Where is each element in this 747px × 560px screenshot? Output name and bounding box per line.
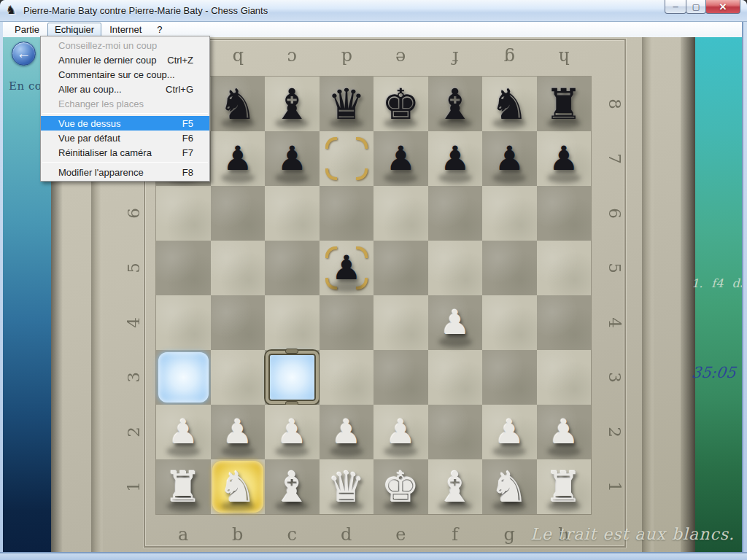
menubar-item-echiquier[interactable]: Echiquier: [47, 23, 101, 37]
black-king-icon: ♚: [382, 80, 419, 128]
piece-black-rook-h8[interactable]: ♜: [537, 77, 592, 131]
piece-black-king-e8[interactable]: ♚: [374, 77, 428, 131]
square-a6[interactable]: [156, 186, 211, 241]
piece-white-knight-g1[interactable]: ♞: [482, 459, 537, 514]
square-h5[interactable]: [537, 241, 592, 295]
piece-white-queen-d1[interactable]: ♛: [320, 459, 374, 514]
move-list: 1. f4 d5: [692, 276, 742, 290]
menu-item-echanger-les-places[interactable]: Echanger les places: [41, 96, 209, 111]
menu-item-commentaire-sur-ce-coup[interactable]: Commentaire sur ce coup...: [41, 67, 209, 82]
piece-white-pawn-d2[interactable]: ♟: [320, 405, 374, 459]
close-button[interactable]: ✕: [705, 0, 740, 14]
black-rook-icon: ♜: [545, 80, 583, 128]
menubar-item-internet[interactable]: Internet: [102, 23, 149, 37]
menu-item-label: Vue par défaut: [58, 133, 120, 144]
menu-item-aller-au-coup[interactable]: Aller au coup...Ctrl+G: [41, 82, 209, 96]
square-b5[interactable]: [211, 241, 266, 295]
menu-item-conseillez-moi-un-coup[interactable]: Conseillez-moi un coup: [41, 38, 209, 52]
piece-black-knight-b8[interactable]: ♞: [211, 77, 266, 131]
piece-white-bishop-c1[interactable]: ♝: [265, 459, 320, 514]
square-b3[interactable]: [211, 350, 266, 405]
piece-white-bishop-f1[interactable]: ♝: [428, 459, 483, 514]
square-f5[interactable]: [428, 241, 483, 295]
maximize-button[interactable]: ▢: [686, 0, 706, 14]
white-pawn-icon: ♟: [277, 413, 307, 451]
menu-item-vue-de-dessus[interactable]: Vue de dessusF5: [41, 116, 209, 131]
square-d6[interactable]: [320, 186, 374, 241]
square-g5[interactable]: [482, 241, 537, 295]
square-a3[interactable]: [156, 350, 211, 405]
square-h6[interactable]: [537, 186, 592, 241]
piece-black-pawn-e7[interactable]: ♟: [374, 131, 428, 186]
menu-item-label: Echanger les places: [58, 98, 144, 109]
menubar-item-partie[interactable]: Partie: [7, 23, 47, 37]
piece-white-knight-b1[interactable]: ♞: [211, 459, 266, 514]
square-c6[interactable]: [265, 186, 320, 241]
square-d7[interactable]: [320, 131, 374, 186]
square-d4[interactable]: [320, 295, 374, 350]
square-d3[interactable]: [320, 350, 374, 405]
minimize-button[interactable]: ─: [665, 0, 686, 14]
menu-item-annuler-le-dernier-coup[interactable]: Annuler le dernier coupCtrl+Z: [41, 52, 209, 67]
piece-white-king-e1[interactable]: ♚: [374, 459, 428, 514]
square-f6[interactable]: [428, 186, 483, 241]
piece-white-pawn-e2[interactable]: ♟: [374, 405, 428, 459]
square-c3[interactable]: [265, 350, 320, 405]
white-rook-icon: ♜: [545, 463, 583, 510]
file-label-top-h: h: [537, 43, 592, 72]
piece-black-bishop-c8[interactable]: ♝: [265, 77, 320, 131]
piece-white-rook-h1[interactable]: ♜: [537, 459, 592, 514]
piece-black-pawn-c7[interactable]: ♟: [265, 131, 320, 186]
square-b6[interactable]: [211, 186, 266, 241]
menu-item-reinitialiser-la-camera[interactable]: Réinitialiser la caméraF7: [41, 145, 209, 160]
piece-white-pawn-f4[interactable]: ♟: [428, 295, 483, 350]
square-c4[interactable]: [265, 295, 320, 350]
square-e5[interactable]: [374, 241, 428, 295]
square-a5[interactable]: [156, 241, 211, 295]
white-pawn-icon: ♟: [495, 413, 525, 451]
piece-white-pawn-g2[interactable]: ♟: [482, 405, 537, 459]
piece-white-pawn-c2[interactable]: ♟: [265, 405, 320, 459]
white-pawn-icon: ♟: [331, 413, 361, 451]
piece-black-pawn-d5[interactable]: ♟: [320, 241, 374, 295]
white-pawn-icon: ♟: [549, 413, 578, 451]
black-knight-icon: ♞: [219, 80, 257, 128]
piece-white-pawn-h2[interactable]: ♟: [537, 405, 592, 459]
square-a4[interactable]: [156, 295, 211, 350]
square-b4[interactable]: [211, 295, 266, 350]
piece-black-pawn-h7[interactable]: ♟: [537, 131, 592, 186]
square-e4[interactable]: [374, 295, 428, 350]
piece-black-pawn-f7[interactable]: ♟: [428, 131, 483, 186]
back-button[interactable]: ←: [12, 42, 36, 66]
white-bishop-icon: ♝: [273, 463, 311, 510]
square-h3[interactable]: [537, 350, 592, 405]
rank-label-right-7: 7: [587, 149, 642, 169]
menu-item-vue-par-defaut[interactable]: Vue par défautF6: [41, 131, 209, 145]
menubar: PartieEchiquierInternet?: [3, 22, 742, 37]
white-queen-icon: ♛: [328, 463, 365, 510]
menu-item-label: Vue de dessus: [58, 118, 121, 129]
piece-black-knight-g8[interactable]: ♞: [482, 77, 537, 131]
rank-label-right-3: 3: [587, 368, 642, 388]
square-f2[interactable]: [428, 405, 483, 459]
piece-black-queen-d8[interactable]: ♛: [320, 77, 374, 131]
square-e3[interactable]: [374, 350, 428, 405]
square-f3[interactable]: [428, 350, 483, 405]
piece-black-bishop-f8[interactable]: ♝: [428, 77, 483, 131]
square-g3[interactable]: [482, 350, 537, 405]
piece-black-pawn-g7[interactable]: ♟: [482, 131, 537, 186]
piece-white-pawn-a2[interactable]: ♟: [156, 405, 211, 459]
piece-black-pawn-b7[interactable]: ♟: [211, 131, 266, 186]
square-g6[interactable]: [482, 186, 537, 241]
square-e6[interactable]: [374, 186, 428, 241]
file-label-bottom-f: f: [428, 520, 483, 549]
menu-item-label: Modifier l'apparence: [58, 167, 144, 178]
square-c5[interactable]: [265, 241, 320, 295]
last-move-marker: [356, 168, 368, 180]
square-g4[interactable]: [482, 295, 537, 350]
piece-white-pawn-b2[interactable]: ♟: [211, 405, 266, 459]
menu-item-modifier-l-apparence[interactable]: Modifier l'apparenceF8: [41, 165, 209, 179]
piece-white-rook-a1[interactable]: ♜: [156, 459, 211, 514]
menubar-item-aide[interactable]: ?: [150, 23, 169, 37]
square-h4[interactable]: [537, 295, 592, 350]
